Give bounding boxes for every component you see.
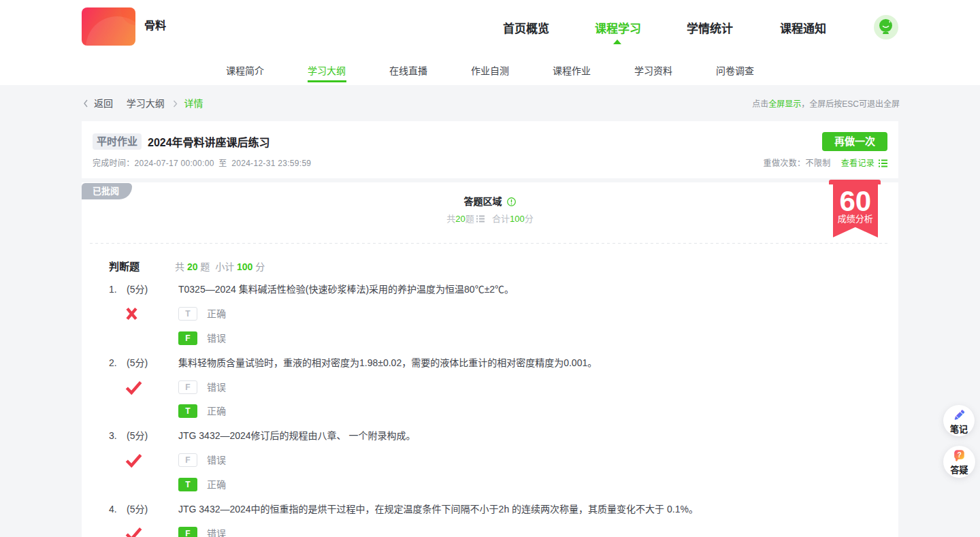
svg-text:?: ? [958, 451, 962, 459]
